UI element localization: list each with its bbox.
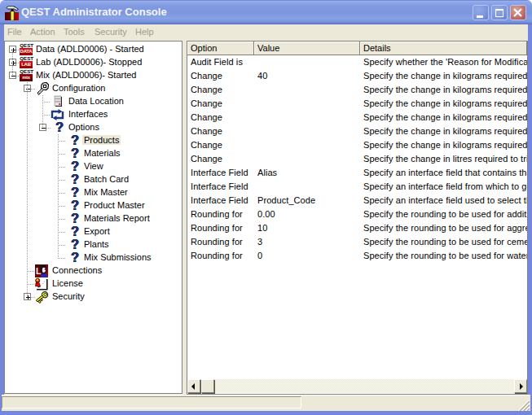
svg-text:L: L xyxy=(36,266,42,276)
